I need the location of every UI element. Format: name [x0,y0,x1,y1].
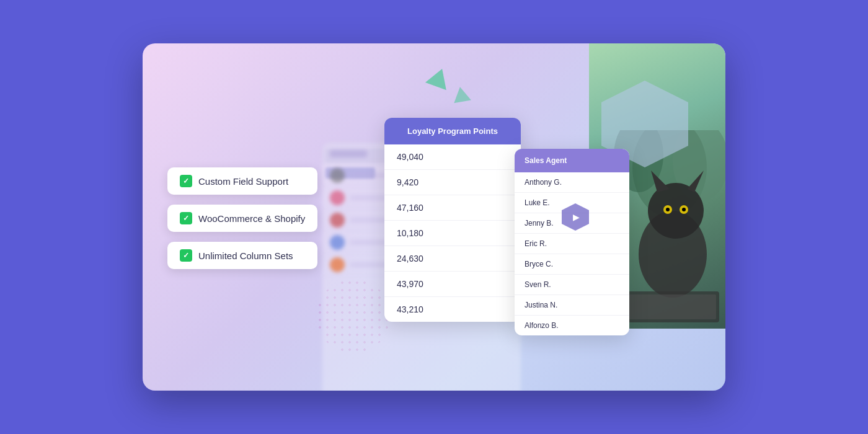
svg-point-10 [682,208,686,211]
loyalty-row-5: 24,630 [384,246,521,272]
main-card: ✓ Custom Field Support ✓ WooCommerce & S… [143,43,725,391]
loyalty-row-4: 10,180 [384,221,521,246]
sales-agent-header: Sales Agent [515,149,629,172]
sales-row-bryce: Bryce C. [515,254,629,275]
feature-label-custom-field: Custom Field Support [198,176,288,187]
sales-row-anthony: Anthony G. [515,172,629,193]
check-icon-custom-field: ✓ [180,175,192,187]
loyalty-row-3: 47,160 [384,195,521,221]
feature-pill-unlimited-columns: ✓ Unlimited Column Sets [167,242,317,269]
loyalty-row-2: 9,420 [384,170,521,195]
feature-pill-woocommerce: ✓ WooCommerce & Shopify [167,205,317,232]
green-arrow-decoration-1 [425,65,453,91]
sales-row-sven: Sven R. [515,275,629,295]
loyalty-table-header: Loyalty Program Points [384,118,521,144]
feature-label-woocommerce: WooCommerce & Shopify [198,213,305,224]
green-arrow-decoration-2 [451,86,471,103]
svg-point-9 [666,208,670,211]
loyalty-row-6: 43,970 [384,272,521,297]
feature-label-unlimited-columns: Unlimited Column Sets [198,250,293,261]
loyalty-row-1: 49,040 [384,144,521,170]
sales-row-alfonzo: Alfonzo B. [515,316,629,335]
sales-row-justina: Justina N. [515,295,629,316]
svg-point-4 [648,183,704,239]
loyalty-row-7: 43,210 [384,297,521,322]
feature-pill-custom-field: ✓ Custom Field Support [167,167,317,195]
check-icon-unlimited-columns: ✓ [180,249,192,262]
feature-pills-container: ✓ Custom Field Support ✓ WooCommerce & S… [167,167,317,269]
loyalty-table: Loyalty Program Points 49,040 9,420 47,1… [384,118,521,322]
sales-agent-table: Sales Agent Anthony G. Luke E. Jenny B. … [515,149,629,335]
check-icon-woocommerce: ✓ [180,212,192,224]
sales-row-eric: Eric R. [515,234,629,254]
